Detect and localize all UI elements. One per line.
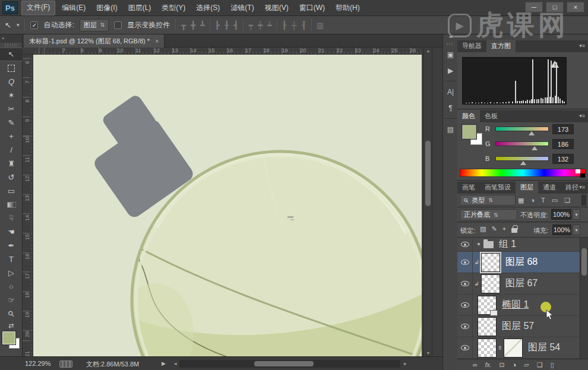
layer-style-icon[interactable]: fx. bbox=[485, 362, 492, 368]
minimize-button[interactable]: ─ bbox=[525, 2, 543, 12]
layer-mask-thumbnail[interactable] bbox=[504, 339, 523, 358]
black-swatch[interactable] bbox=[580, 173, 585, 178]
channel-slider[interactable] bbox=[495, 156, 549, 161]
tab-1[interactable]: 颜色 bbox=[457, 110, 480, 122]
character-panel-icon[interactable]: A| bbox=[443, 84, 458, 100]
tools-grip[interactable] bbox=[5, 43, 17, 47]
tab-4[interactable]: 通道 bbox=[538, 181, 561, 194]
menu-item[interactable]: 窗口(W) bbox=[294, 1, 330, 15]
vertical-scroll-thumb[interactable] bbox=[425, 141, 431, 206]
menu-item[interactable]: 滤镜(T) bbox=[225, 1, 259, 15]
layer-name[interactable]: 椭圆 1 bbox=[502, 299, 529, 311]
menu-item[interactable]: 选择(S) bbox=[191, 1, 225, 15]
layer-filter-type-dropdown[interactable]: ⚲ 类型 ⇅ bbox=[460, 195, 516, 205]
scroll-left-icon[interactable]: ◂ bbox=[174, 360, 177, 366]
type-tool[interactable]: T bbox=[0, 252, 23, 266]
layer-list-scrollbar[interactable] bbox=[580, 238, 588, 359]
filter-pixel-icon[interactable]: ▦ bbox=[518, 197, 524, 204]
histogram-panel-menu-icon[interactable]: ▾≡ bbox=[579, 43, 585, 49]
horizontal-scroll-thumb[interactable] bbox=[254, 361, 314, 366]
scroll-up-icon[interactable]: ▲ bbox=[423, 49, 433, 53]
layer-row[interactable]: ∞图层 54 bbox=[457, 337, 580, 359]
magic-wand-tool[interactable]: ✶ bbox=[0, 88, 23, 102]
ellipse-tool[interactable]: ○ bbox=[0, 280, 23, 293]
tab-1[interactable]: 画笔 bbox=[457, 181, 480, 194]
channel-slider[interactable] bbox=[495, 127, 549, 131]
menu-item[interactable]: 编辑(E) bbox=[56, 1, 91, 15]
channel-slider-thumb[interactable] bbox=[520, 161, 526, 165]
channel-value-field[interactable]: 186 bbox=[552, 139, 574, 149]
layer-thumbnail[interactable] bbox=[478, 339, 497, 358]
visibility-toggle[interactable] bbox=[457, 252, 473, 273]
vertical-scrollbar[interactable]: ▲ ▼ bbox=[423, 48, 432, 356]
document-tab[interactable]: 未标题-1.psd @ 122% (图层 68, RGB/8) * × bbox=[24, 34, 165, 48]
hand-tool[interactable]: ☞ bbox=[0, 293, 23, 307]
scroll-down-icon[interactable]: ▼ bbox=[423, 351, 433, 355]
visibility-toggle[interactable] bbox=[457, 295, 473, 315]
lock-paint-icon[interactable]: ✎ bbox=[491, 225, 497, 233]
adjustment-layer-icon[interactable]: ◑ bbox=[513, 361, 517, 368]
zoom-level-field[interactable]: 122.29% bbox=[25, 360, 50, 367]
layer-row[interactable]: ↲图层 68 bbox=[457, 252, 580, 273]
blend-mode-dropdown[interactable]: 正片叠底 ⇅ bbox=[460, 209, 517, 220]
layer-row[interactable]: ▼组 1 bbox=[457, 238, 580, 252]
dock-collapse-icon[interactable]: ◂◂ bbox=[443, 34, 457, 42]
crop-tool[interactable]: ✂ bbox=[0, 102, 23, 116]
channel-slider[interactable] bbox=[495, 141, 549, 146]
layer-thumbnail[interactable] bbox=[478, 317, 497, 336]
link-layers-icon[interactable]: ∞ bbox=[473, 361, 478, 368]
pen-tool[interactable]: ✒ bbox=[0, 239, 23, 252]
filter-type-icon[interactable]: T bbox=[541, 197, 545, 204]
layer-thumbnail[interactable] bbox=[481, 253, 500, 272]
opacity-field[interactable]: 100% bbox=[551, 209, 571, 220]
menu-item[interactable]: 图层(L) bbox=[123, 1, 157, 15]
maximize-button[interactable]: □ bbox=[546, 2, 564, 12]
menu-item[interactable]: 类型(Y) bbox=[156, 1, 191, 15]
tab-1[interactable]: 导航器 bbox=[457, 40, 486, 52]
menu-item[interactable]: 图像(I) bbox=[91, 1, 122, 15]
new-layer-icon[interactable]: ❏ bbox=[537, 361, 543, 369]
layer-name[interactable]: 图层 54 bbox=[528, 341, 560, 354]
actions-icon[interactable]: ▶ bbox=[443, 62, 458, 78]
path-select-tool[interactable]: ▷ bbox=[0, 266, 23, 280]
status-flyout-icon[interactable]: ▶ bbox=[162, 360, 166, 366]
expand-icon[interactable]: ▼ bbox=[476, 242, 481, 247]
layer-thumbnail[interactable] bbox=[478, 296, 497, 315]
tab-2[interactable]: 直方图 bbox=[486, 40, 516, 52]
filter-toggle[interactable] bbox=[581, 195, 586, 205]
layer-thumbnail[interactable] bbox=[481, 274, 500, 293]
color-panel-menu-icon[interactable]: ▾≡ bbox=[579, 113, 585, 119]
visibility-toggle[interactable] bbox=[457, 238, 473, 251]
history-brush-tool[interactable]: ↺ bbox=[0, 170, 23, 184]
clone-stamp-tool[interactable]: ♜ bbox=[0, 157, 23, 170]
layer-row[interactable]: ↲图层 67 bbox=[457, 273, 580, 295]
canvas[interactable] bbox=[33, 55, 422, 356]
layer-name[interactable]: 图层 57 bbox=[502, 320, 534, 333]
tool-preset-chevron-icon[interactable]: ▾ bbox=[17, 22, 20, 28]
visibility-toggle[interactable] bbox=[457, 337, 473, 358]
layer-row[interactable]: 图层 57 bbox=[457, 316, 580, 337]
eraser-tool[interactable]: ▭ bbox=[0, 184, 23, 198]
scroll-right-icon[interactable]: ▸ bbox=[404, 360, 407, 366]
brush-tool[interactable]: / bbox=[0, 143, 23, 157]
horizontal-scrollbar[interactable] bbox=[179, 360, 400, 368]
tab-2[interactable]: 色板 bbox=[480, 110, 502, 122]
lock-position-icon[interactable]: + bbox=[502, 225, 506, 233]
close-button[interactable]: × bbox=[567, 2, 584, 12]
color-spectrum-ramp[interactable] bbox=[460, 169, 586, 177]
add-mask-icon[interactable]: ⊡ bbox=[499, 361, 504, 369]
zoom-tool[interactable]: ⚲ bbox=[0, 307, 23, 321]
fill-chevron-icon[interactable]: ▾ bbox=[573, 224, 580, 235]
marquee-tool[interactable] bbox=[0, 61, 23, 75]
lock-transparency-icon[interactable]: ▨ bbox=[480, 225, 486, 233]
tools-collapse-button[interactable]: » bbox=[0, 34, 22, 43]
visibility-toggle[interactable] bbox=[457, 316, 473, 337]
current-tool-icon[interactable]: ↖ bbox=[5, 21, 11, 30]
tab-3[interactable]: 图层 bbox=[516, 181, 538, 194]
layer-name[interactable]: 图层 68 bbox=[505, 256, 538, 268]
lasso-tool[interactable]: Q bbox=[0, 75, 23, 88]
fill-field[interactable]: 100% bbox=[552, 224, 571, 235]
paragraph-panel-icon[interactable]: ¶ bbox=[443, 100, 458, 116]
channel-slider-thumb[interactable] bbox=[532, 146, 538, 150]
dock-grip[interactable] bbox=[447, 43, 454, 45]
